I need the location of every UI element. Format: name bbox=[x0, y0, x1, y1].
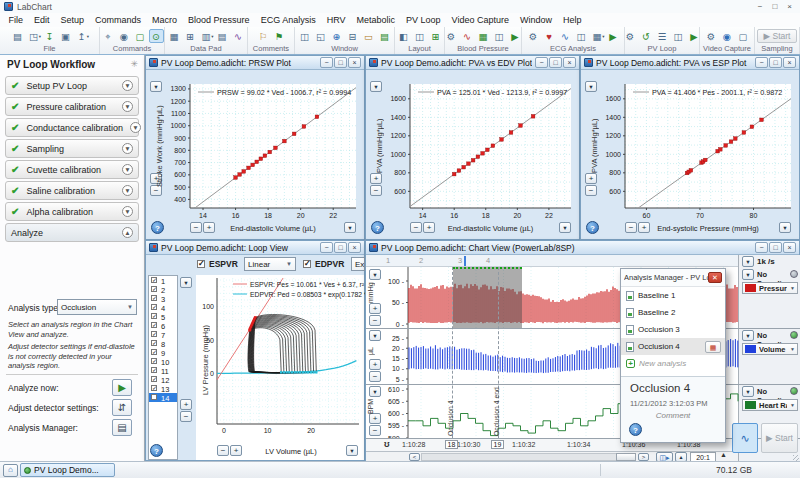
close-button[interactable]: × bbox=[348, 242, 361, 253]
bp-table-icon[interactable]: ▦ bbox=[476, 29, 491, 43]
detector-settings-button[interactable]: ⇵ bbox=[112, 399, 132, 416]
x-axis-options-button[interactable]: ▼ bbox=[559, 222, 571, 233]
menu-ecg-analysis[interactable]: ECG Analysis bbox=[255, 15, 321, 25]
pvloop-settings-icon[interactable]: ⚙ bbox=[623, 29, 638, 43]
analysis-item-baseline-1[interactable]: Baseline 1 bbox=[621, 287, 725, 304]
x-axis-options-button[interactable]: ▼ bbox=[779, 222, 791, 233]
split-window-icon[interactable]: ⊟ bbox=[345, 29, 360, 43]
chart-start-button[interactable]: ▶ Start bbox=[761, 423, 798, 453]
maximize-button[interactable]: □ bbox=[769, 57, 782, 68]
plot-help-button[interactable]: ? bbox=[586, 221, 599, 234]
analyze-now-button[interactable]: ▶ bbox=[112, 379, 132, 396]
select-icon[interactable]: ▢ bbox=[133, 29, 148, 43]
datapad-autofill-icon[interactable]: ▤ bbox=[215, 29, 230, 43]
pvloop-workflow-icon[interactable]: ☰ bbox=[655, 29, 670, 43]
scrollbar-track[interactable] bbox=[421, 453, 636, 462]
new-analysis-item[interactable]: +New analysis bbox=[621, 355, 725, 372]
menu-commands[interactable]: Commands bbox=[90, 15, 147, 25]
compress-view-button[interactable]: ◫▸ bbox=[656, 452, 673, 462]
plot-help-button[interactable]: ? bbox=[151, 221, 164, 234]
window-titlebar[interactable]: PV Loop Demo.adicht: PRSW Plot−□× bbox=[146, 56, 364, 70]
sampling-select-button[interactable]: ▼ bbox=[742, 269, 754, 280]
window-titlebar[interactable]: PV Loop Demo.adicht: PVA vs ESP Plot−□× bbox=[581, 56, 799, 70]
maximize-button[interactable]: □ bbox=[334, 242, 347, 253]
popup-titlebar[interactable]: Analysis Manager - PV Loo... ✕ bbox=[621, 269, 725, 287]
ecg-analyze-icon[interactable]: ▶ bbox=[606, 29, 621, 43]
app-maximize-button[interactable]: □ bbox=[772, 2, 777, 11]
channel-zoom-in-button[interactable]: + bbox=[369, 303, 381, 314]
channel-axis-options-button[interactable]: ▼ bbox=[369, 330, 381, 341]
export-icon[interactable]: ↥▾ bbox=[74, 29, 89, 43]
window-titlebar[interactable]: PV Loop Demo.adicht: Loop View−□× bbox=[146, 241, 364, 255]
ecg-averaging-icon[interactable]: ▦▾ bbox=[590, 29, 605, 43]
scroll-left-button[interactable]: < bbox=[409, 453, 420, 462]
pvloop-panel-icon[interactable]: ◫ bbox=[671, 29, 686, 43]
window-titlebar[interactable]: PV Loop Demo.adicht: PVA vs EDV Plot−□× bbox=[366, 56, 579, 70]
welcome-home-icon[interactable]: ⌂ bbox=[3, 464, 18, 477]
minimize-button[interactable]: − bbox=[755, 242, 768, 253]
ecg-settings-icon[interactable]: ⚙ bbox=[526, 29, 541, 43]
plot-help-button[interactable]: ? bbox=[371, 221, 384, 234]
pvloop-loop-icon[interactable]: ↺ bbox=[639, 29, 654, 43]
popup-close-icon[interactable]: ✕ bbox=[708, 272, 722, 283]
channel-axis-options-button[interactable]: ▼ bbox=[369, 269, 381, 280]
layout-single-icon[interactable]: ◧ bbox=[396, 29, 411, 43]
menu-video-capture[interactable]: Video Capture bbox=[446, 15, 514, 25]
minimize-button[interactable]: − bbox=[755, 57, 768, 68]
loop-x-zoom-out[interactable]: − bbox=[217, 445, 229, 456]
close-button[interactable]: × bbox=[783, 242, 796, 253]
bp-analyze-icon[interactable]: ▶ bbox=[508, 29, 523, 43]
channel-name-select[interactable]: Volume▼ bbox=[742, 343, 798, 355]
close-button[interactable]: × bbox=[783, 57, 796, 68]
sampling-select-button[interactable]: ▼ bbox=[742, 386, 754, 397]
scope-icon[interactable]: ⊙ bbox=[149, 29, 164, 43]
minimize-button[interactable]: − bbox=[320, 242, 333, 253]
bp-settings-icon[interactable]: ⚙ bbox=[444, 29, 459, 43]
menu-macro[interactable]: Macro bbox=[147, 15, 183, 25]
workflow-step-setup-pv-loop[interactable]: ✔Setup PV Loop▼ bbox=[5, 76, 139, 95]
workflow-step-cuvette-calibration[interactable]: ✔Cuvette calibration▼ bbox=[5, 160, 139, 179]
document-tab[interactable]: PV Loop Demo... bbox=[20, 463, 115, 477]
macro-icon[interactable]: ◉ bbox=[117, 29, 132, 43]
scrollbar-thumb[interactable] bbox=[616, 453, 636, 462]
comment-number-box[interactable]: 19 bbox=[491, 440, 504, 450]
channel-axis-options-button[interactable]: ▼ bbox=[369, 386, 381, 397]
chart-window-icon[interactable]: ▤ bbox=[377, 29, 392, 43]
y-axis-options-button[interactable]: ▼ bbox=[585, 81, 597, 92]
comments-list-icon[interactable]: ⚑ bbox=[272, 29, 287, 43]
app-titlebar[interactable]: LabChart − □ × bbox=[0, 0, 800, 13]
datapad-add-icon[interactable]: ⊞ bbox=[183, 29, 198, 43]
find-icon[interactable]: ⌖ bbox=[101, 29, 116, 43]
ecg-panel-icon[interactable]: ◫ bbox=[574, 29, 589, 43]
maximize-button[interactable]: □ bbox=[334, 57, 347, 68]
minimize-button[interactable]: − bbox=[535, 57, 548, 68]
close-button[interactable]: × bbox=[563, 57, 576, 68]
analysis-item-occlusion-3[interactable]: Occlusion 3 bbox=[621, 321, 725, 338]
maximize-button[interactable]: □ bbox=[549, 57, 562, 68]
analysis-item-baseline-2[interactable]: Baseline 2 bbox=[621, 304, 725, 321]
maximize-button[interactable]: □ bbox=[769, 242, 782, 253]
channel-zoom-in-button[interactable]: + bbox=[369, 359, 381, 370]
analysis-manager-button[interactable]: ▤ bbox=[112, 419, 132, 436]
pvloop-analyze-icon[interactable]: ▶ bbox=[687, 29, 702, 43]
workflow-step-conductance-calibration[interactable]: ✔Conductance calibration▼ bbox=[5, 118, 139, 137]
channel-zoom-out-button[interactable]: − bbox=[369, 315, 381, 326]
print-icon[interactable]: ▣ bbox=[58, 29, 73, 43]
y-axis-options-button[interactable]: ▼ bbox=[150, 81, 162, 92]
bp-chart-icon[interactable]: ∿ bbox=[460, 29, 475, 43]
menu-help[interactable]: Help bbox=[557, 15, 587, 25]
channel-zoom-out-button[interactable]: − bbox=[369, 425, 381, 436]
datapad-view-icon[interactable]: ▦ bbox=[167, 29, 182, 43]
menu-blood-pressure[interactable]: Blood Pressure bbox=[183, 15, 256, 25]
comment-number-box[interactable]: 18 bbox=[445, 440, 458, 450]
new-file-icon[interactable]: ▤ bbox=[10, 29, 25, 43]
bp-panel-icon[interactable]: ◫ bbox=[492, 29, 507, 43]
tile-windows-icon[interactable]: ◫ bbox=[297, 29, 312, 43]
menu-pv-loop[interactable]: PV Loop bbox=[401, 15, 447, 25]
workflow-step-analyze[interactable]: Analyze▲ bbox=[5, 223, 139, 242]
ratio-up-icon[interactable]: ▲ bbox=[720, 451, 727, 458]
vc-camera-icon[interactable]: ◉ bbox=[720, 29, 735, 43]
workflow-step-sampling[interactable]: ✔Sampling▼ bbox=[5, 139, 139, 158]
menu-hrv[interactable]: HRV bbox=[321, 15, 351, 25]
selection-region[interactable] bbox=[453, 267, 522, 328]
